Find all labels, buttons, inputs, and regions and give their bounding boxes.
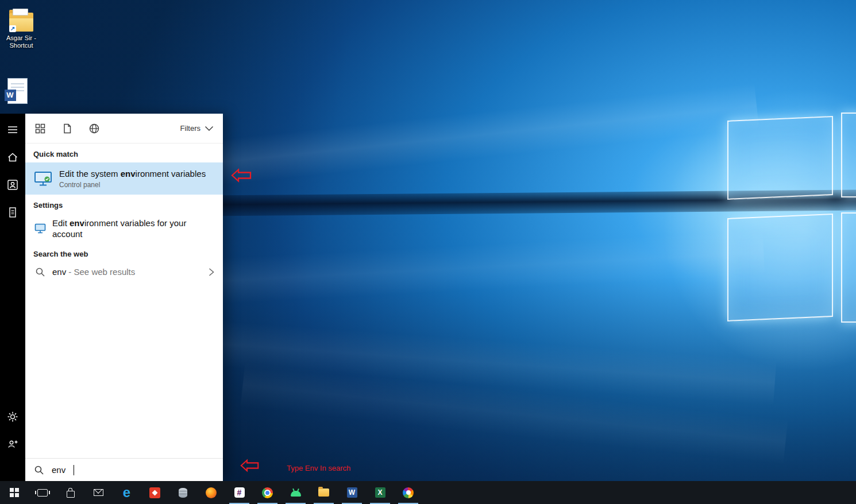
start-menu-rail [0,114,25,481]
home-button[interactable] [0,144,25,171]
word-logo-tile [5,90,16,101]
search-input-value: env [52,465,65,475]
red-app-icon [149,487,160,498]
edge-icon [123,486,130,499]
settings-button[interactable] [0,403,25,431]
database-icon [179,488,187,498]
menu-button[interactable] [0,116,25,144]
page-icon [61,123,73,134]
windows-logo-pane [841,212,856,323]
result-subtitle: Control panel [59,181,206,189]
taskbar-mail[interactable] [84,481,113,504]
chevron-right-icon[interactable] [208,267,215,277]
annotation-arrow-quick-match [231,168,252,185]
paint-palette-icon [403,487,414,498]
annotation-note: Type Env In search [287,464,350,472]
taskbar-edge[interactable] [113,481,141,504]
documents-filter-button[interactable] [61,123,73,134]
search-panel-header: Filters [25,114,223,144]
store-bag-icon [67,491,75,498]
mail-envelope-icon [94,489,103,496]
result-title: Edit environment variables for your acco… [52,218,215,239]
shortcut-arrow-icon [9,25,16,32]
task-view-icon [37,489,48,497]
android-icon [291,491,301,497]
desktop-icon-label: Asgar Sir - Shortcut [6,34,36,49]
hamburger-icon [6,123,19,136]
desktop-icon-word-document[interactable] [1,78,33,104]
documents-button[interactable] [0,199,25,226]
windows-logo-pane [727,214,833,321]
apps-icon [34,123,46,134]
task-view-button[interactable] [28,481,56,504]
settings-monitor-icon [33,223,47,234]
feedback-button[interactable] [0,431,25,458]
search-flyout: Filters Quick match Edit the system envi… [25,114,223,481]
taskbar-firefox[interactable] [197,481,225,504]
windows-logo-icon [10,488,19,497]
taskbar-excel[interactable] [366,481,394,504]
web-filter-button[interactable] [88,123,100,134]
firefox-icon [206,487,217,498]
folder-icon [318,489,329,497]
word-icon [347,487,357,498]
chevron-down-icon [205,126,214,131]
web-result-text: env - See web results [52,266,135,277]
folder-paper [13,9,28,15]
start-button[interactable] [0,481,28,504]
result-edit-account-environment-variables[interactable]: Edit environment variables for your acco… [25,214,223,243]
windows-logo-pane [727,116,833,200]
search-web-header: Search the web [25,243,223,262]
result-title: Edit the system environment variables [59,169,206,179]
taskbar-database[interactable] [169,481,197,504]
annotation-arrow-search-box [240,458,260,475]
filters-label: Filters [180,124,200,133]
result-edit-system-environment-variables[interactable]: Edit the system environment variables Co… [25,162,223,195]
chrome-icon [262,487,273,498]
document-icon [6,206,19,219]
taskbar-word[interactable] [338,481,366,504]
person-add-icon [6,438,19,451]
taskbar-chrome[interactable] [253,481,282,504]
taskbar-file-explorer[interactable] [310,481,338,504]
account-button[interactable] [0,171,25,199]
gear-icon [6,410,19,423]
taskbar [0,481,856,504]
text-caret [74,465,74,475]
system-properties-icon [33,171,53,187]
settings-header: Settings [25,195,223,214]
quick-match-header: Quick match [25,144,223,162]
user-icon [6,179,19,191]
search-icon [34,465,44,475]
slack-icon [234,487,245,498]
word-document-icon [7,78,28,104]
search-input[interactable]: env [25,458,223,481]
apps-filter-button[interactable] [34,123,46,134]
taskbar-store[interactable] [56,481,84,504]
home-icon [6,151,19,164]
windows-logo-pane [841,113,856,197]
left-arrow-icon [240,458,260,473]
left-arrow-icon [231,168,252,183]
globe-icon [88,123,100,134]
excel-icon [375,487,385,498]
taskbar-slack[interactable] [225,481,253,504]
taskbar-red-app[interactable] [141,481,169,504]
taskbar-paint[interactable] [394,481,422,504]
result-web-search[interactable]: env - See web results [25,262,223,281]
filters-button[interactable]: Filters [180,124,214,133]
search-icon [33,267,47,277]
taskbar-android-studio[interactable] [282,481,310,504]
desktop-icon-folder-shortcut[interactable]: Asgar Sir - Shortcut [2,13,40,49]
folder-icon [9,13,33,32]
